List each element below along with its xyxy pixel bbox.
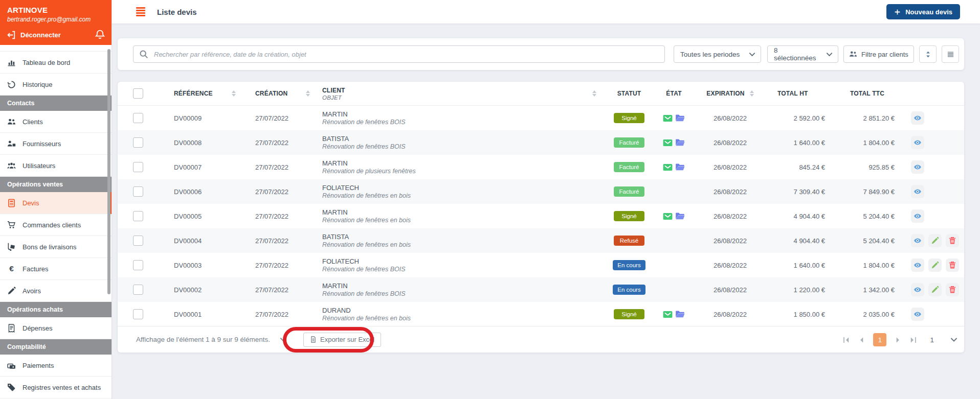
sidebar-item-bons-de-livraisons[interactable]: Bons de livraisons — [0, 236, 112, 258]
row-checkbox[interactable] — [133, 162, 143, 172]
chevron-down-icon — [826, 51, 833, 58]
delete-button[interactable] — [946, 283, 959, 296]
wallet-icon — [7, 361, 16, 370]
sidebar-item-devis[interactable]: Devis — [0, 192, 112, 214]
row-objet: Rénovation de fenêtres en bois — [322, 192, 411, 199]
first-page-icon[interactable] — [842, 336, 850, 344]
header-etat: ÉTAT — [655, 90, 693, 97]
sidebar-item-utilisateurs[interactable]: Utilisateurs — [0, 155, 112, 177]
row-client: MARTIN — [322, 208, 411, 216]
sidebar-item-paiements[interactable]: Paiements — [0, 355, 112, 377]
next-page-icon[interactable] — [894, 336, 902, 344]
row-expiration-date: 26/08/2022 — [693, 139, 767, 147]
row-checkbox[interactable] — [133, 186, 143, 197]
row-total-ttc: 2 851.20 € — [829, 114, 898, 122]
edit-button[interactable] — [928, 234, 942, 247]
logout-button[interactable]: Déconnecter — [7, 31, 61, 39]
sidebar-section-comptabilite: Comptabilité — [0, 339, 112, 355]
display-info-select[interactable]: Affichage de l'élément 1 à 9 sur 9 éléme… — [136, 336, 287, 343]
sort-icon — [924, 51, 932, 58]
sidebar-item-tableau-de-bord[interactable]: Tableau de bord — [0, 52, 112, 74]
row-total-ttc: 2 035.00 € — [829, 311, 898, 318]
sort-toggle-button[interactable] — [919, 45, 937, 63]
row-creation-date: 27/07/2022 — [243, 311, 317, 318]
row-creation-date: 27/07/2022 — [243, 262, 317, 269]
view-button[interactable] — [911, 185, 924, 198]
sidebar-item-factures[interactable]: €Factures — [0, 258, 112, 280]
header-total-ht: TOTAL HT — [767, 90, 829, 97]
row-checkbox[interactable] — [133, 236, 143, 246]
row-checkbox[interactable] — [133, 211, 143, 221]
excel-file-icon — [310, 336, 317, 343]
row-total-ttc: 1 804.00 € — [829, 262, 898, 269]
row-checkbox[interactable] — [133, 137, 143, 148]
row-checkbox[interactable] — [133, 260, 143, 270]
status-select[interactable]: 8 sélectionnées — [767, 45, 838, 63]
pagination: 1 1 — [842, 326, 958, 353]
header-statut: STATUT — [604, 90, 655, 97]
receipt-icon — [7, 324, 16, 333]
sidebar-item-avoirs[interactable]: Avoirs — [0, 280, 112, 302]
sidebar-scrollbar[interactable] — [107, 49, 110, 294]
sidebar-item-depenses[interactable]: Dépenses — [0, 317, 112, 339]
current-page-button[interactable]: 1 — [873, 333, 886, 346]
sidebar-nav: Tableau de bordHistoriqueContactsClients… — [0, 52, 112, 398]
pagination-chevron-icon[interactable] — [950, 336, 958, 344]
new-devis-button[interactable]: Nouveau devis — [886, 4, 960, 19]
table-row-dv00006: DV0000627/07/2022FOLIATECHRénovation de … — [118, 179, 964, 204]
suppliers-icon — [7, 139, 16, 148]
view-button[interactable] — [911, 259, 924, 272]
sort-client[interactable] — [592, 90, 596, 97]
sidebar-item-historique[interactable]: Historique — [0, 74, 112, 96]
view-button[interactable] — [911, 209, 924, 223]
period-select[interactable]: Toutes les periodes — [674, 45, 761, 63]
bell-icon[interactable] — [95, 30, 105, 39]
sidebar-item-registres[interactable]: Registres ventes et achats — [0, 377, 112, 398]
last-page-icon[interactable] — [909, 336, 917, 344]
row-total-ttc: 7 849.90 € — [829, 188, 898, 196]
sort-reference[interactable] — [232, 90, 236, 97]
view-button[interactable] — [911, 234, 924, 247]
hamburger-menu-icon[interactable] — [136, 7, 145, 16]
euro-icon: € — [7, 265, 16, 273]
sidebar-item-fournisseurs[interactable]: Fournisseurs — [0, 133, 112, 155]
select-all-checkbox[interactable] — [133, 88, 143, 99]
folder-icon — [675, 310, 685, 319]
edit-button[interactable] — [928, 259, 942, 272]
row-objet: Rénovation de fenêtres BOIS — [322, 290, 406, 297]
sidebar-item-commandes-clients[interactable]: Commandes clients — [0, 214, 112, 236]
edit-button[interactable] — [928, 283, 942, 296]
page-count: 1 — [930, 336, 934, 344]
delete-button[interactable] — [946, 234, 959, 247]
search-input[interactable] — [133, 45, 665, 63]
view-button[interactable] — [911, 136, 924, 149]
view-button[interactable] — [911, 111, 924, 125]
view-button[interactable] — [911, 283, 924, 296]
row-checkbox[interactable] — [133, 113, 143, 123]
table-row-dv00008: DV0000827/07/2022BATISTARénovation de fe… — [118, 130, 964, 155]
view-button[interactable] — [911, 308, 924, 321]
cart-icon — [7, 221, 16, 229]
row-creation-date: 27/07/2022 — [243, 139, 317, 147]
view-button[interactable] — [911, 160, 924, 174]
sidebar-section-contacts: Contacts — [0, 96, 112, 111]
filter-clients-button[interactable]: Filtre par clients — [843, 45, 914, 63]
row-checkbox[interactable] — [133, 285, 143, 295]
tags-icon — [7, 383, 16, 392]
table-body: DV0000927/07/2022MARTINRénovation de fen… — [118, 106, 964, 326]
status-badge: Facturé — [614, 186, 644, 197]
delete-button[interactable] — [946, 259, 959, 272]
export-excel-button[interactable]: Exporter sur Excel — [303, 333, 381, 347]
sort-expiration[interactable] — [750, 90, 754, 97]
row-total-ht: 4 904.40 € — [767, 213, 829, 220]
sidebar-item-clients[interactable]: Clients — [0, 111, 112, 133]
row-reference: DV00008 — [159, 139, 243, 147]
sidebar: ARTINOVE bertrand.roger.pro@gmail.com Dé… — [0, 0, 112, 399]
previous-page-icon[interactable] — [858, 336, 865, 344]
row-objet: Rénovation de fenêtres BOIS — [322, 266, 406, 273]
list-view-button[interactable] — [942, 45, 959, 63]
mail-icon — [663, 162, 673, 172]
eye-icon — [914, 138, 922, 147]
sort-creation[interactable] — [306, 90, 310, 97]
row-checkbox[interactable] — [133, 309, 143, 319]
